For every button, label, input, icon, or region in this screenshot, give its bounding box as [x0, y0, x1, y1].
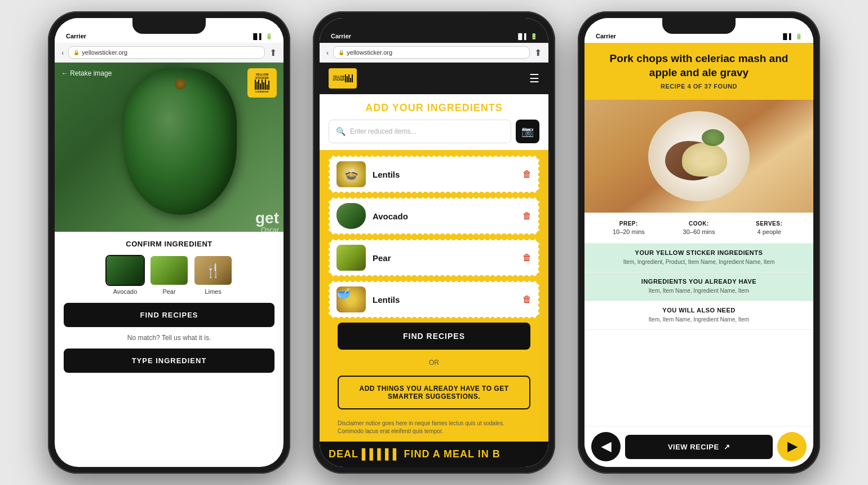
lentils1-visual: 🍲 [336, 161, 366, 187]
back-arrow-2[interactable]: ‹ [326, 48, 329, 57]
your-ingredients-text: Item, Ingredient, Product, Item Name, In… [594, 258, 804, 266]
carrier-1: Carrier [66, 33, 86, 39]
browser-bar-1: ‹ 🔒 yellowsticker.org ⬆ [55, 43, 284, 63]
thumb-label-pear: Pear [162, 288, 175, 295]
battery-icon-2: 🔋 [530, 33, 537, 39]
status-icons-3: ▐▌▌ 🔋 [781, 33, 802, 39]
find-recipes-button-1[interactable]: FIND RECIPES [64, 303, 274, 327]
garnish-visual [702, 129, 724, 146]
cook-label: COOK: [664, 221, 734, 227]
thumb-label-avocado: Avocado [113, 288, 138, 295]
search-row: 🔍 Enter reduced items... 📷 [320, 120, 548, 150]
view-recipe-button[interactable]: VIEW RECIPE ↗ [625, 435, 773, 459]
fork-icon: 🍴 [205, 263, 222, 279]
delete-lentils1-button[interactable]: 🗑 [522, 169, 532, 179]
hamburger-icon[interactable]: ☰ [529, 72, 539, 85]
notch-1 [132, 18, 206, 34]
next-recipe-button[interactable]: ▶ [777, 432, 807, 461]
camera-icon: 📷 [521, 125, 534, 138]
thumb-img-limes[interactable]: 🍴 [193, 255, 233, 286]
cook-value: 30–60 mins [664, 228, 734, 235]
ingredient-name-lentils1: Lentils [373, 170, 516, 179]
camera-button[interactable]: 📷 [516, 120, 539, 143]
need-section: YOU WILL ALSO NEED Item, Item Name, Ingr… [584, 301, 813, 330]
already-have-section: INGREDIENTS YOU ALREADY HAVE Item, Item … [584, 272, 813, 301]
url-bar-2[interactable]: 🔒 yellowsticker.org [333, 46, 530, 59]
thumb-img-pear[interactable] [149, 255, 189, 286]
phone-1: Carrier ▐▌▌ 🔋 ‹ 🔒 yellowsticker.org ⬆ ← … [48, 11, 290, 474]
avocado-bump [175, 78, 186, 90]
status-icons-1: ▐▌▌ 🔋 [251, 33, 272, 39]
retake-button[interactable]: ← Retake image [61, 69, 112, 77]
or-divider: OR [329, 354, 539, 371]
add-suggestions-button[interactable]: ADD THINGS YOU ALREADY HAVE TO GET SMART… [338, 376, 530, 409]
find-recipes-button-2[interactable]: FIND RECIPES [338, 323, 530, 350]
view-recipe-label: VIEW RECIPE [668, 443, 719, 451]
prep-col: PREP: 10–20 mins [594, 221, 664, 235]
ingredients-list: 🍲 Lentils 🗑 Avocado 🗑 Pear 🗑 [320, 150, 548, 442]
lentils2-visual: 🥣 [336, 286, 366, 312]
avocado-image [124, 68, 237, 215]
list-item: Avocado 🗑 [329, 197, 539, 235]
cook-col: COOK: 30–60 mins [664, 221, 734, 235]
search-input-2[interactable]: 🔍 Enter reduced items... [329, 120, 511, 143]
confirm-section: CONFIRM INGREDIENT Avocado Pear [55, 232, 284, 381]
bottom-nav-bar: ◀ VIEW RECIPE ↗ ▶ [584, 426, 813, 467]
type-ingredient-button[interactable]: TYPE INGREDIENT [64, 349, 274, 373]
right-arrow-icon: ▶ [787, 439, 797, 454]
app-header-2: YELLOWSTICKER ☰ [320, 63, 548, 94]
pear-thumb-visual [150, 256, 188, 285]
already-have-title: INGREDIENTS YOU ALREADY HAVE [594, 278, 804, 285]
recipe-count: RECIPE 4 OF 37 FOUND [596, 83, 802, 90]
ingredient-name-avocado: Avocado [373, 211, 516, 221]
delete-pear-button[interactable]: 🗑 [522, 253, 532, 263]
delete-avocado-button[interactable]: 🗑 [522, 211, 532, 221]
lock-icon-1: 🔒 [73, 50, 79, 55]
no-match-text: No match? Tell us what it is. [64, 334, 274, 342]
page-title-2: ADD YOUR INGREDIENTS [320, 94, 548, 120]
ticker-bar: DEAL ▌▌▌▌▌ FIND A MEAL IN B [320, 442, 548, 467]
recipe-info-row: PREP: 10–20 mins COOK: 30–60 mins SERVES… [584, 213, 813, 244]
food-image [584, 100, 813, 213]
recipe-count-mid: OF [691, 83, 704, 90]
avocado-thumb-visual [107, 256, 144, 285]
recipe-title: Pork chops with celeriac mash and apple … [596, 52, 802, 80]
signal-icon-3: ▐▌▌ [781, 33, 793, 39]
limes-thumb-visual: 🍴 [194, 256, 232, 285]
recipe-count-prefix: RECIPE [661, 83, 688, 90]
url-text-2: yellowsticker.org [347, 49, 392, 56]
lentils-emoji-2: 🥣 [336, 287, 351, 299]
thumb-img-avocado[interactable] [105, 255, 145, 286]
list-item: Pear 🗑 [329, 239, 539, 276]
app-logo-2: YELLOWSTICKER [329, 68, 357, 89]
prep-value: 10–20 mins [594, 228, 664, 235]
battery-icon: 🔋 [265, 33, 272, 39]
confirm-title: CONFIRM INGREDIENT [64, 240, 274, 248]
thumb-avocado[interactable]: Avocado [105, 255, 145, 295]
ingredient-name-pear: Pear [373, 253, 516, 263]
prev-recipe-button[interactable]: ◀ [591, 432, 621, 461]
prep-label: PREP: [594, 221, 664, 227]
url-bar-1[interactable]: 🔒 yellowsticker.org [68, 46, 265, 59]
phone-2: Carrier ▐▌▌ 🔋 ‹ 🔒 yellowsticker.org ⬆ YE… [313, 11, 555, 474]
share-icon-1[interactable]: ⬆ [269, 47, 277, 58]
thumb-pear[interactable]: Pear [149, 255, 189, 295]
thumb-limes[interactable]: 🍴 Limes [193, 255, 233, 295]
ingredient-thumb-lentils1: 🍲 [336, 161, 366, 187]
recipe-header: Pork chops with celeriac mash and apple … [584, 43, 813, 100]
delete-lentils2-button[interactable]: 🗑 [522, 294, 532, 305]
already-have-text: Item, Item Name, Ingredient Name, Item [594, 287, 804, 295]
barcode [255, 80, 269, 90]
search-placeholder: Enter reduced items... [350, 127, 416, 135]
need-title: YOU WILL ALSO NEED [594, 307, 804, 314]
browser-bar-2: ‹ 🔒 yellowsticker.org ⬆ [320, 43, 548, 63]
hero-image-1: ← Retake image YELLOWSTICKER COOKBOOK ge… [55, 63, 284, 232]
your-ingredients-section: YOUR YELLOW STICKER INGREDIENTS Item, In… [584, 244, 813, 272]
back-arrow-1[interactable]: ‹ [61, 48, 64, 57]
share-icon-2[interactable]: ⬆ [534, 47, 542, 58]
url-text-1: yellowsticker.org [82, 49, 127, 56]
lock-icon-2: 🔒 [338, 50, 344, 55]
left-arrow-icon: ◀ [601, 439, 611, 454]
ingredient-thumb-lentils2: 🥣 [336, 286, 366, 312]
serves-col: SERVES: 4 people [734, 221, 804, 235]
